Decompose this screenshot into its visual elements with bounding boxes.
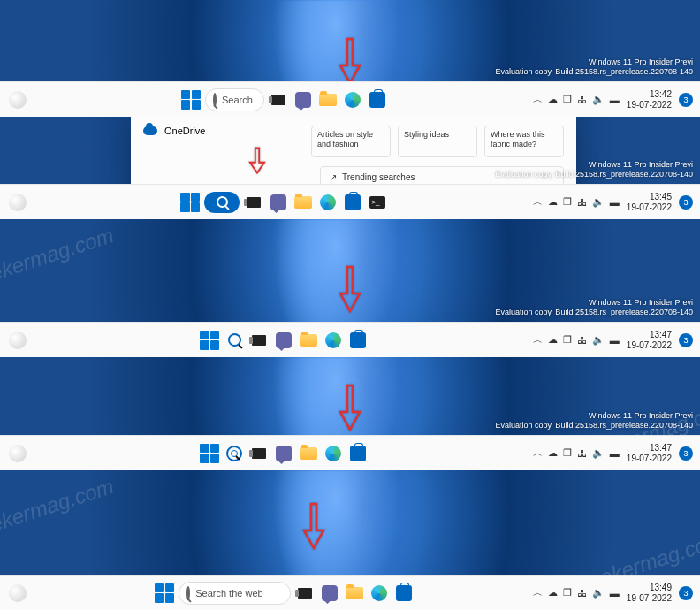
eval-copy: Windows 11 Pro Insider PreviEvaluation c…	[496, 298, 694, 318]
onedrive-item[interactable]: OneDrive	[143, 126, 205, 136]
chat-icon[interactable]	[293, 89, 314, 111]
edge-icon[interactable]	[323, 330, 344, 351]
volume-icon[interactable]: 🔈	[592, 94, 605, 105]
widgets-icon[interactable]	[9, 445, 27, 462]
eval-copy: Windows 11 Pro Insider PreviEvaluation c…	[496, 160, 694, 180]
red-arrow-icon	[301, 502, 327, 553]
start-button[interactable]	[199, 443, 220, 464]
file-explorer-icon[interactable]	[317, 89, 339, 111]
edge-icon[interactable]	[323, 443, 344, 464]
widgets-icon[interactable]	[9, 584, 27, 602]
notification-badge[interactable]: 3	[679, 333, 693, 347]
task-view-icon[interactable]	[243, 192, 264, 213]
search-icon-circled[interactable]	[224, 443, 245, 464]
terminal-icon[interactable]: >_	[367, 192, 388, 213]
store-icon[interactable]	[342, 192, 363, 213]
red-arrow-icon	[337, 265, 363, 316]
search-icon[interactable]	[224, 330, 245, 351]
system-tray[interactable]: ︿☁❐🖧🔈▬	[533, 586, 620, 599]
store-icon[interactable]	[393, 583, 415, 604]
search-pill-button[interactable]	[204, 192, 240, 213]
eval-copy: Windows 11 Pro Insider PreviEvaluation c…	[496, 411, 694, 431]
notification-badge[interactable]: 3	[679, 93, 693, 107]
taskbar: ︿☁❐🖧🔈▬ 13:4719-07-2022 3	[0, 435, 700, 470]
notification-badge[interactable]: 3	[679, 446, 693, 461]
system-tray[interactable]: ︿☁❐🖧🔈▬	[533, 446, 620, 460]
chat-icon[interactable]	[273, 443, 294, 464]
widgets-icon[interactable]	[9, 91, 27, 109]
taskbar: Search ︿ ☁ ❐ 🖧 🔈 ▬ 13:4219-07-2022 3	[0, 81, 700, 117]
task-view-icon[interactable]	[248, 443, 270, 464]
store-icon[interactable]	[347, 330, 369, 351]
clock[interactable]: 13:4519-07-2022	[627, 192, 672, 213]
chat-icon[interactable]	[273, 330, 294, 351]
chevron-up-icon[interactable]: ︿	[533, 93, 543, 106]
start-button[interactable]	[199, 330, 220, 351]
file-explorer-icon[interactable]	[298, 443, 319, 464]
file-explorer-icon[interactable]	[293, 192, 314, 213]
widgets-icon[interactable]	[9, 332, 27, 349]
start-button[interactable]	[154, 583, 175, 604]
store-icon[interactable]	[367, 89, 388, 111]
task-view-icon[interactable]	[294, 583, 316, 604]
battery-icon[interactable]: ▬	[610, 95, 620, 105]
chat-icon[interactable]	[319, 583, 340, 604]
taskbar: ︿☁❐🖧🔈▬ 13:4719-07-2022 3	[0, 322, 700, 357]
system-tray[interactable]: ︿☁❐🖧🔈▬	[533, 333, 620, 347]
red-arrow-icon	[337, 384, 363, 435]
clock[interactable]: 13:4219-07-2022	[627, 89, 672, 111]
system-tray[interactable]: ︿☁❐🖧🔈▬	[533, 195, 620, 209]
notification-badge[interactable]: 3	[679, 195, 693, 210]
edge-icon[interactable]	[317, 192, 339, 213]
suggestion-card[interactable]: Articles on style and fashion	[311, 126, 391, 157]
task-view-icon[interactable]	[248, 330, 270, 351]
search-box[interactable]: Search	[205, 88, 264, 111]
eval-copy: Windows 11 Pro Insider PreviEvaluation c…	[496, 57, 694, 78]
network-icon[interactable]: 🖧	[577, 95, 587, 105]
notification-badge[interactable]: 3	[679, 586, 693, 600]
edge-icon[interactable]	[342, 89, 363, 111]
task-view-icon[interactable]	[268, 89, 289, 111]
suggestion-card[interactable]: Where was this fabric made?	[484, 126, 564, 157]
display-icon[interactable]: ❐	[563, 94, 572, 105]
store-icon[interactable]	[347, 443, 369, 464]
start-button[interactable]	[180, 89, 202, 111]
taskbar: Search the web ︿☁❐🖧🔈▬ 13:4919-07-2022 3	[0, 575, 700, 610]
taskbar: >_ ︿☁❐🖧🔈▬ 13:4519-07-2022 3	[0, 184, 700, 219]
start-button[interactable]	[179, 192, 201, 213]
file-explorer-icon[interactable]	[344, 583, 365, 604]
red-arrow-icon	[246, 147, 269, 186]
system-tray[interactable]: ︿ ☁ ❐ 🖧 🔈 ▬	[533, 93, 620, 106]
onedrive-tray-icon[interactable]: ☁	[548, 94, 558, 105]
clock[interactable]: 13:4719-07-2022	[627, 443, 672, 464]
search-the-web-box[interactable]: Search the web	[179, 582, 290, 605]
file-explorer-icon[interactable]	[298, 330, 319, 351]
chat-icon[interactable]	[268, 192, 289, 213]
edge-icon[interactable]	[369, 583, 390, 604]
widgets-icon[interactable]	[9, 194, 27, 211]
clock[interactable]: 13:4719-07-2022	[627, 330, 672, 351]
clock[interactable]: 13:4919-07-2022	[627, 583, 672, 604]
suggestion-card[interactable]: Styling ideas	[398, 126, 477, 157]
